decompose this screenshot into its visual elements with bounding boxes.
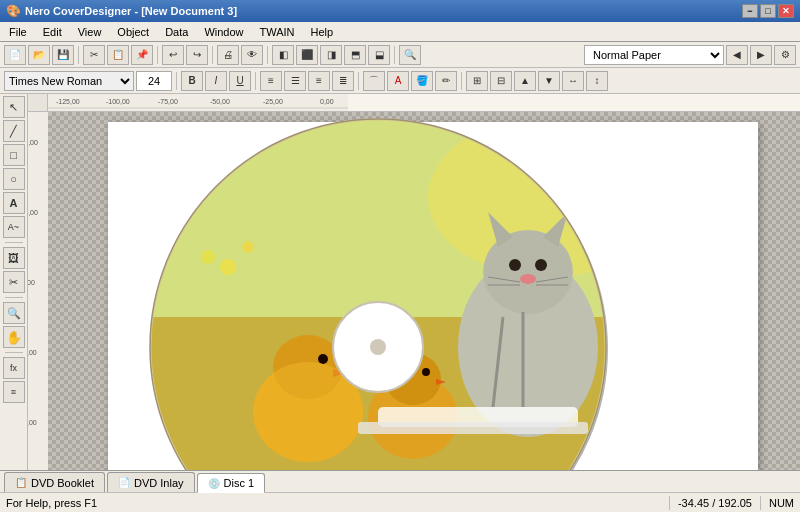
disc-artwork [148,117,608,470]
print-preview-btn[interactable]: 👁 [241,45,263,65]
menu-data[interactable]: Data [158,23,195,41]
canvas-area: ↖ ╱ □ ○ A A~ 🖼 ✂ 🔍 ✋ fx ≡ -125,00 -100, [0,94,800,470]
ruler-canvas: -125,00 -100,00 -75,00 -50,00 -25,00 0,0… [28,94,800,470]
tab-disc1[interactable]: 💿 Disc 1 [197,473,266,493]
order-up-btn[interactable]: ▲ [514,71,536,91]
text-tool[interactable]: A [3,192,25,214]
svg-point-27 [318,354,328,364]
order-down-btn[interactable]: ▼ [538,71,560,91]
flip-v-btn[interactable]: ↕ [586,71,608,91]
curved-text-tool[interactable]: A~ [3,216,25,238]
disc1-icon: 💿 [208,478,220,489]
menu-bar: File Edit View Object Data Window TWAIN … [0,22,800,42]
italic-btn[interactable]: I [205,71,227,91]
svg-text:-25,00: -25,00 [263,98,283,105]
bold-btn[interactable]: B [181,71,203,91]
rect-tool[interactable]: □ [3,144,25,166]
text-color-btn[interactable]: A [387,71,409,91]
zoom-tool[interactable]: 🔍 [3,302,25,324]
svg-point-53 [602,251,608,263]
menu-twain[interactable]: TWAIN [253,23,302,41]
svg-text:-125,00: -125,00 [56,98,80,105]
save-btn[interactable]: 💾 [52,45,74,65]
app-minimize-btn[interactable]: − [742,4,758,18]
text-align-left-btn[interactable]: ≡ [260,71,282,91]
line-color-btn[interactable]: ✏ [435,71,457,91]
status-mode: NUM [769,497,794,509]
align-bottom-btn[interactable]: ⬓ [368,45,390,65]
open-btn[interactable]: 📂 [28,45,50,65]
paper-type-select[interactable]: Normal Paper [584,45,724,65]
crop-tool[interactable]: ✂ [3,271,25,293]
canvas-page [108,122,758,470]
app-close-btn[interactable]: ✕ [778,4,794,18]
align-left-btn[interactable]: ◧ [272,45,294,65]
fill-color-btn[interactable]: 🪣 [411,71,433,91]
svg-text:50,00: 50,00 [28,419,37,426]
status-sep1 [669,496,670,510]
menu-window[interactable]: Window [197,23,250,41]
text-align-right-btn[interactable]: ≡ [308,71,330,91]
text-align-justify-btn[interactable]: ≣ [332,71,354,91]
undo-btn[interactable]: ↩ [162,45,184,65]
svg-rect-13 [28,112,48,470]
app-maximize-btn[interactable]: □ [760,4,776,18]
svg-text:0,00: 0,00 [28,279,35,286]
status-coords: -34.45 / 192.05 [678,497,752,509]
image-tool[interactable]: 🖼 [3,247,25,269]
svg-text:0,00: 0,00 [320,98,334,105]
text-align-center-btn[interactable]: ☰ [284,71,306,91]
paper-btn1[interactable]: ◀ [726,45,748,65]
redo-btn[interactable]: ↪ [186,45,208,65]
text-curve-btn[interactable]: ⌒ [363,71,385,91]
svg-point-35 [483,230,573,314]
canvas-viewport[interactable] [48,112,800,470]
print-btn[interactable]: 🖨 [217,45,239,65]
align-right-btn[interactable]: ◨ [320,45,342,65]
zoom-in-btn[interactable]: 🔍 [399,45,421,65]
align-top-btn[interactable]: ⬒ [344,45,366,65]
horizontal-ruler: -125,00 -100,00 -75,00 -50,00 -25,00 0,0… [48,94,800,112]
status-bar: For Help, press F1 -34.45 / 192.05 NUM [0,492,800,512]
font-size-input[interactable] [136,71,172,91]
svg-point-40 [520,274,536,284]
menu-edit[interactable]: Edit [36,23,69,41]
tab-dvd-inlay[interactable]: 📄 DVD Inlay [107,472,195,492]
svg-text:-75,00: -75,00 [158,98,178,105]
line-tool[interactable]: ╱ [3,120,25,142]
hand-tool[interactable]: ✋ [3,326,25,348]
menu-help[interactable]: Help [304,23,341,41]
menu-view[interactable]: View [71,23,109,41]
paste-btn[interactable]: 📌 [131,45,153,65]
underline-btn[interactable]: U [229,71,251,91]
svg-rect-48 [358,422,588,434]
bottom-tabs: 📋 DVD Booklet 📄 DVD Inlay 💿 Disc 1 [0,470,800,492]
svg-text:-50,00: -50,00 [210,98,230,105]
dvd-inlay-icon: 📄 [118,477,130,488]
copy-btn[interactable]: 📋 [107,45,129,65]
title-bar-text: Nero CoverDesigner - [New Document 3] [25,5,237,17]
paper-btn2[interactable]: ▶ [750,45,772,65]
pointer-tool[interactable]: ↖ [3,96,25,118]
status-help-text: For Help, press F1 [6,497,661,509]
svg-rect-0 [48,94,348,112]
align-center-btn[interactable]: ⬛ [296,45,318,65]
bar-tool[interactable]: ≡ [3,381,25,403]
svg-point-32 [422,368,430,376]
menu-file[interactable]: File [2,23,34,41]
paper-btn3[interactable]: ⚙ [774,45,796,65]
effects-tool[interactable]: fx [3,357,25,379]
font-select[interactable]: Times New Roman [4,71,134,91]
menu-object[interactable]: Object [110,23,156,41]
title-bar: 🎨 Nero CoverDesigner - [New Document 3] … [0,0,800,22]
group-btn[interactable]: ⊞ [466,71,488,91]
flip-h-btn[interactable]: ↔ [562,71,584,91]
dvd-booklet-icon: 📋 [15,477,27,488]
new-btn[interactable]: 📄 [4,45,26,65]
ungroup-btn[interactable]: ⊟ [490,71,512,91]
tab-dvd-booklet[interactable]: 📋 DVD Booklet [4,472,105,492]
left-toolbar: ↖ ╱ □ ○ A A~ 🖼 ✂ 🔍 ✋ fx ≡ [0,94,28,470]
main-toolbar: 📄 📂 💾 ✂ 📋 📌 ↩ ↪ 🖨 👁 ◧ ⬛ ◨ ⬒ ⬓ 🔍 Normal P… [0,42,800,68]
ellipse-tool[interactable]: ○ [3,168,25,190]
cut-btn[interactable]: ✂ [83,45,105,65]
